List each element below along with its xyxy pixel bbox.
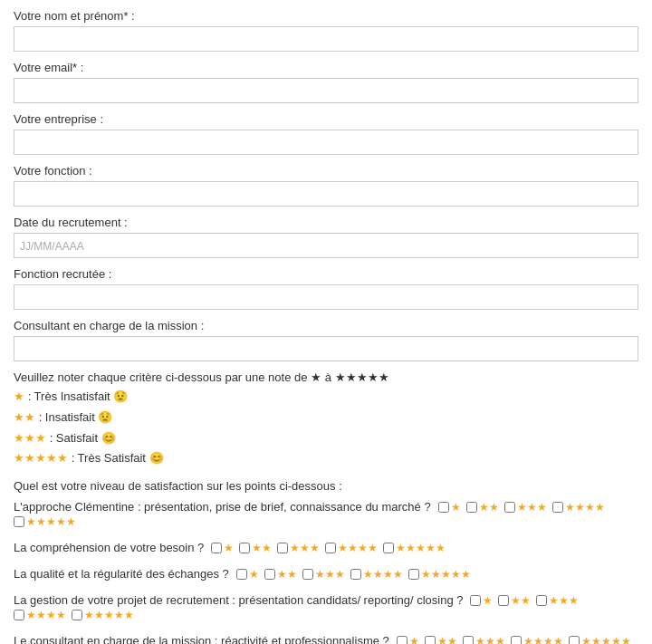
question-label-q4: La gestion de votre projet de recrutemen…: [14, 593, 463, 607]
label-nom: Votre nom et prénom* :: [14, 9, 638, 23]
rating-option-q5-2[interactable]: ★★: [425, 635, 457, 644]
legend-label-1: : Très Insatisfait 😟: [28, 389, 129, 403]
field-group-fonction-recrutee: Fonction recrutée :: [14, 267, 638, 310]
checkbox-q5-2[interactable]: [425, 636, 436, 644]
field-group-consultant: Consultant en charge de la mission :: [14, 319, 638, 361]
stars-q5-2: ★★: [437, 635, 457, 644]
field-group-date: Date du recrutement :: [14, 216, 638, 258]
question-label-q2: La compréhension de votre besoin ?: [14, 541, 204, 554]
rating-option-q3-5[interactable]: ★★★★★: [408, 568, 471, 581]
stars-q4-3: ★★★: [549, 594, 579, 607]
label-entreprise: Votre entreprise :: [14, 112, 638, 126]
stars-q3-5: ★★★★★: [421, 568, 471, 581]
field-group-nom: Votre nom et prénom* :: [14, 9, 638, 52]
rating-option-q4-3[interactable]: ★★★: [536, 594, 579, 607]
rating-option-q5-4[interactable]: ★★★★: [511, 635, 563, 644]
checkbox-q1-1[interactable]: [438, 502, 449, 513]
checkbox-q1-5[interactable]: [14, 516, 24, 527]
input-fonction-recrutee[interactable]: [14, 284, 638, 310]
rating-option-q2-2[interactable]: ★★: [239, 542, 272, 554]
legend-4: ★★★★★ : Très Satisfait 😊: [14, 449, 638, 468]
checkbox-q5-3[interactable]: [463, 636, 474, 644]
checkbox-q3-2[interactable]: [264, 569, 275, 580]
rating-option-q4-5[interactable]: ★★★★★: [72, 609, 134, 621]
stars-q2-3: ★★★: [290, 542, 320, 554]
input-entreprise[interactable]: [14, 130, 638, 155]
rating-option-q2-4[interactable]: ★★★★: [325, 542, 378, 554]
label-fonction: Votre fonction :: [14, 164, 638, 178]
stars-q4-5: ★★★★★: [84, 609, 134, 621]
question-label-q3: La qualité et la régularité des échanges…: [14, 567, 229, 581]
stars-q1-1: ★: [451, 501, 461, 514]
checkbox-q1-4[interactable]: [552, 502, 563, 513]
input-nom[interactable]: [14, 26, 638, 52]
checkbox-q2-3[interactable]: [277, 543, 288, 553]
stars-q2-5: ★★★★★: [396, 542, 446, 554]
legend-2: ★★ : Insatisfait 😟: [14, 409, 638, 428]
checkbox-q3-3[interactable]: [302, 569, 313, 580]
checkbox-q5-4[interactable]: [511, 636, 522, 644]
rating-option-q1-5[interactable]: ★★★★★: [14, 515, 76, 528]
checkbox-q4-4[interactable]: [14, 610, 24, 620]
rating-note: Veuillez noter chaque critère ci-dessous…: [14, 370, 638, 384]
checkbox-q2-2[interactable]: [239, 543, 250, 553]
checkbox-q3-5[interactable]: [408, 569, 419, 580]
label-fonction-recrutee: Fonction recrutée :: [14, 267, 638, 281]
satisfaction-title: Quel est votre niveau de satisfaction su…: [14, 479, 638, 493]
checkbox-q3-1[interactable]: [236, 569, 247, 580]
rating-option-q5-1[interactable]: ★: [397, 635, 419, 644]
rating-option-q5-3[interactable]: ★★★: [463, 635, 505, 644]
rating-option-q2-3[interactable]: ★★★: [277, 542, 320, 554]
legend-3: ★★★ : Satisfait 😊: [14, 429, 638, 448]
checkbox-q1-2[interactable]: [466, 502, 477, 513]
input-fonction[interactable]: [14, 181, 638, 207]
field-group-entreprise: Votre entreprise :: [14, 112, 638, 155]
rating-option-q2-5[interactable]: ★★★★★: [383, 542, 446, 554]
stars-q3-1: ★: [249, 568, 259, 581]
rating-option-q4-1[interactable]: ★: [470, 594, 493, 607]
stars-q2-1: ★: [224, 542, 234, 554]
legend-label-4: : Très Satisfait 😊: [72, 451, 164, 465]
input-email[interactable]: [14, 78, 638, 103]
checkbox-q4-1[interactable]: [470, 595, 481, 606]
stars-q5-1: ★: [409, 635, 419, 644]
rating-option-q4-4[interactable]: ★★★★: [14, 609, 66, 621]
rating-option-q1-3[interactable]: ★★★: [504, 501, 547, 514]
question-label-q5: Le consultant en charge de la mission : …: [14, 634, 389, 644]
checkbox-q4-5[interactable]: [72, 610, 82, 620]
checkbox-q2-5[interactable]: [383, 543, 394, 553]
checkbox-q4-2[interactable]: [498, 595, 509, 606]
field-group-email: Votre email* :: [14, 61, 638, 103]
stars-q4-4: ★★★★: [26, 609, 66, 621]
input-date[interactable]: [14, 233, 638, 258]
rating-option-q1-4[interactable]: ★★★★: [552, 501, 605, 514]
checkbox-q5-1[interactable]: [397, 636, 408, 644]
rating-option-q3-3[interactable]: ★★★: [302, 568, 345, 581]
stars-q1-2: ★★: [479, 501, 499, 514]
stars-q5-3: ★★★: [475, 635, 505, 644]
rating-option-q1-1[interactable]: ★: [438, 501, 461, 514]
rating-option-q5-5[interactable]: ★★★★★: [569, 635, 631, 644]
rating-row-q2: La compréhension de votre besoin ?★★★★★★…: [14, 541, 638, 554]
stars-q1-3: ★★★: [517, 501, 547, 514]
stars-q5-4: ★★★★: [523, 635, 563, 644]
rating-option-q1-2[interactable]: ★★: [466, 501, 499, 514]
rating-option-q3-2[interactable]: ★★: [264, 568, 297, 581]
stars-q5-5: ★★★★★: [581, 635, 631, 644]
legend-1: ★ : Très Insatisfait 😟: [14, 388, 638, 407]
checkbox-q5-5[interactable]: [569, 636, 580, 644]
rating-option-q2-1[interactable]: ★: [211, 542, 234, 554]
input-consultant[interactable]: [14, 336, 638, 361]
checkbox-q1-3[interactable]: [504, 502, 515, 513]
rating-option-q3-4[interactable]: ★★★★: [350, 568, 403, 581]
rating-option-q4-2[interactable]: ★★: [498, 594, 531, 607]
checkbox-q4-3[interactable]: [536, 595, 547, 606]
legend-label-2: : Insatisfait 😟: [39, 410, 113, 424]
rating-option-q3-1[interactable]: ★: [236, 568, 259, 581]
checkbox-q2-1[interactable]: [211, 543, 222, 553]
label-email: Votre email* :: [14, 61, 638, 74]
checkbox-q2-4[interactable]: [325, 543, 336, 553]
label-date: Date du recrutement :: [14, 216, 638, 229]
stars-q3-4: ★★★★: [363, 568, 403, 581]
checkbox-q3-4[interactable]: [350, 569, 361, 580]
